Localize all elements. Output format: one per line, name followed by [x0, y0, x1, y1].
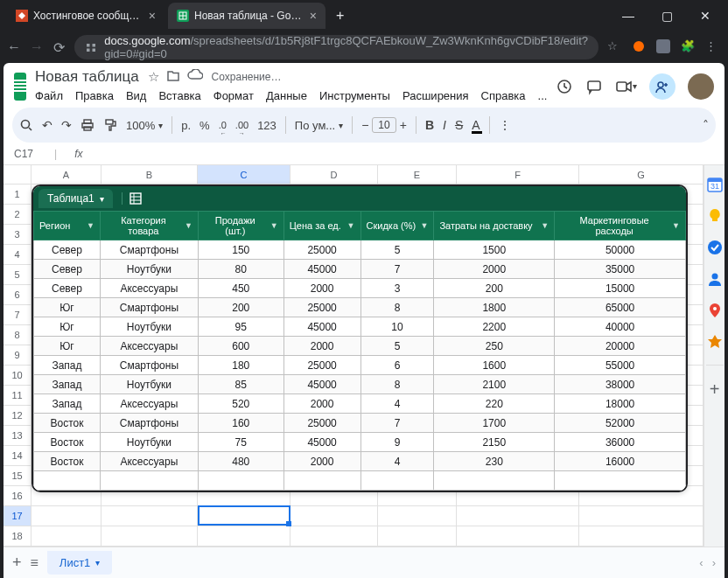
spreadsheet-grid[interactable]: ABCDEFG 12345678910111213141516171819 Та…	[4, 165, 724, 547]
menu-вид[interactable]: Вид	[126, 89, 147, 102]
browser-tab-1[interactable]: Новая таблица - Google Табли ×	[168, 3, 326, 29]
filter-dropdown-icon[interactable]: ▼	[185, 221, 192, 230]
cell[interactable]	[290, 506, 378, 526]
table-cell[interactable]: Юг	[34, 317, 101, 337]
table-cell[interactable]: Аксессуары	[100, 279, 198, 298]
row-header[interactable]: 11	[4, 386, 32, 406]
table-cell[interactable]: 8	[360, 298, 434, 317]
table-cell[interactable]: 95	[198, 317, 284, 337]
cell[interactable]	[102, 506, 198, 526]
nav-forward-icon[interactable]: →	[30, 39, 44, 55]
italic-button[interactable]: I	[443, 118, 446, 132]
table-cell[interactable]: Смартфоны	[100, 414, 198, 433]
browser-tab-0[interactable]: Хостинговое сообщество «Tim ×	[7, 3, 164, 29]
table-cell[interactable]: 2200	[434, 317, 555, 337]
filter-dropdown-icon[interactable]: ▼	[347, 221, 355, 230]
table-header[interactable]: Продажи (шт.)▼	[198, 212, 284, 240]
table-cell[interactable]: 480	[198, 452, 284, 471]
table-cell[interactable]: Запад	[34, 375, 101, 394]
table-cell[interactable]: 2000	[284, 452, 360, 471]
zoom-dropdown[interactable]: 100% ▾	[126, 119, 163, 132]
table-cell[interactable]: 52000	[555, 414, 686, 433]
column-header-B[interactable]: B	[102, 165, 198, 184]
table-cell[interactable]: 230	[434, 452, 555, 471]
cell[interactable]	[32, 506, 102, 526]
table-header[interactable]: Регион▼	[34, 212, 101, 240]
star-icon[interactable]: ☆	[148, 69, 159, 85]
table-cell[interactable]: 36000	[555, 433, 686, 452]
row-header[interactable]: 9	[4, 345, 32, 366]
table-cell[interactable]: 200	[434, 279, 555, 298]
table-cell[interactable]: 450	[198, 279, 284, 298]
table-cell[interactable]: 40000	[555, 317, 686, 337]
table-cell[interactable]: Аксессуары	[100, 452, 198, 471]
table-cell[interactable]: 65000	[555, 298, 686, 317]
table-cell[interactable]: Смартфоны	[100, 356, 198, 375]
more-toolbar-icon[interactable]: ⋮	[499, 118, 511, 132]
decrease-font-button[interactable]: −	[361, 118, 368, 132]
table-cell[interactable]: 1800	[434, 298, 555, 317]
table-cell[interactable]	[100, 471, 198, 491]
table-cell[interactable]: 25000	[284, 414, 360, 433]
menu-правка[interactable]: Правка	[75, 89, 114, 102]
table-cell[interactable]: 35000	[555, 260, 686, 279]
row-header[interactable]: 10	[4, 366, 32, 386]
text-color-button[interactable]: A	[472, 118, 480, 132]
increase-font-button[interactable]: +	[400, 118, 407, 132]
table-cell[interactable]: Запад	[34, 394, 101, 414]
table-cell[interactable]: 1500	[434, 240, 555, 260]
add-sheet-button[interactable]: +	[12, 554, 22, 572]
cell[interactable]	[198, 526, 290, 547]
undo-icon[interactable]: ↶	[42, 118, 52, 132]
meet-icon[interactable]: ▾	[615, 80, 637, 94]
collapse-toolbar-icon[interactable]: ˄	[703, 118, 709, 132]
table-cell[interactable]: 6	[360, 356, 434, 375]
table-cell[interactable]: Юг	[34, 298, 101, 317]
share-button[interactable]	[649, 73, 676, 100]
window-maximize[interactable]: ▢	[651, 9, 682, 23]
menu-формат[interactable]: Формат	[214, 89, 254, 102]
addon-app-icon[interactable]	[706, 333, 724, 351]
new-tab-button[interactable]: +	[329, 8, 351, 24]
column-header-A[interactable]: A	[32, 165, 102, 184]
extension-icon-2[interactable]	[656, 39, 672, 55]
table-cell[interactable]: Север	[34, 279, 101, 298]
column-header-G[interactable]: G	[579, 165, 704, 184]
table-cell[interactable]: 160	[198, 414, 284, 433]
table-cell[interactable]: Восток	[34, 452, 101, 471]
address-bar[interactable]: docs.google.com/spreadsheets/d/1b5Rj8tF1…	[74, 35, 598, 59]
table-cell[interactable]: 45000	[284, 375, 360, 394]
move-icon[interactable]	[166, 69, 180, 85]
table-cell[interactable]: Север	[34, 240, 101, 260]
calendar-app-icon[interactable]: 31	[706, 176, 724, 193]
table-cell[interactable]: 18000	[555, 394, 686, 414]
filter-dropdown-icon[interactable]: ▼	[541, 221, 549, 230]
table-header[interactable]: Затраты на доставку▼	[434, 212, 555, 240]
table-cell[interactable]: Восток	[34, 414, 101, 433]
column-header-C[interactable]: C	[198, 165, 290, 184]
table-cell[interactable]: 600	[198, 337, 284, 356]
table-cell[interactable]	[198, 471, 284, 491]
table-cell[interactable]: 4	[360, 394, 434, 414]
table-cell[interactable]: Аксессуары	[100, 394, 198, 414]
table-cell[interactable]: 25000	[284, 298, 360, 317]
table-cell[interactable]: 2000	[284, 394, 360, 414]
print-icon[interactable]	[80, 118, 94, 132]
table-cell[interactable]: Аксессуары	[100, 337, 198, 356]
select-all-cell[interactable]	[4, 165, 32, 184]
table-cell[interactable]: 2000	[284, 279, 360, 298]
close-tab-icon[interactable]: ×	[310, 9, 317, 23]
table-cell[interactable]: 25000	[284, 240, 360, 260]
table-cell[interactable]: 5	[360, 337, 434, 356]
name-box[interactable]: C17	[10, 148, 54, 160]
table-cell[interactable]: 16000	[555, 452, 686, 471]
filter-dropdown-icon[interactable]: ▼	[421, 221, 429, 230]
table-cell[interactable]: 250	[434, 337, 555, 356]
window-minimize[interactable]: —	[612, 9, 644, 23]
scroll-left-icon[interactable]: ‹	[699, 556, 703, 569]
cloud-status-icon[interactable]	[187, 69, 203, 85]
row-header[interactable]: 8	[4, 325, 32, 345]
table-cell[interactable]: Восток	[34, 433, 101, 452]
menu-инструменты[interactable]: Инструменты	[319, 89, 390, 102]
table-cell[interactable]: 150	[198, 240, 284, 260]
